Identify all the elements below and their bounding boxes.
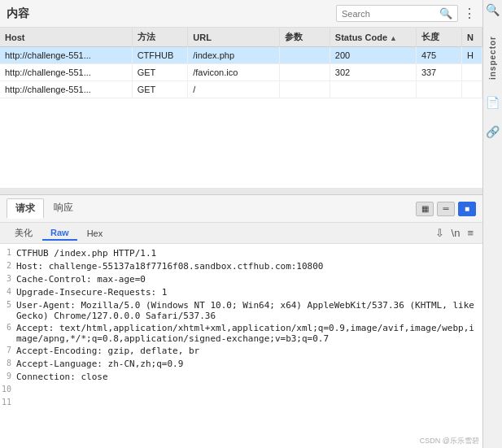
table-cell	[462, 64, 482, 81]
line-content: Upgrade-Insecure-Requests: 1	[16, 287, 482, 298]
table-cell	[330, 81, 416, 98]
table-cell: GET	[132, 64, 188, 81]
code-line: 3Cache-Control: max-age=0	[0, 273, 482, 286]
table-cell: http://challenge-551...	[0, 64, 132, 81]
line-number: 3	[0, 274, 16, 283]
menu-list-icon[interactable]: ≡	[465, 226, 476, 240]
line-content: Connection: close	[16, 372, 482, 382]
code-line: 2Host: challenge-55137a18f7716f08.sandbo…	[0, 260, 482, 273]
bottom-toolbar: ▦ ═ ■	[416, 202, 476, 216]
table-cell: H	[462, 47, 482, 64]
line-number: 10	[0, 385, 16, 394]
table-cell	[462, 81, 482, 98]
line-number: 4	[0, 287, 16, 296]
code-content: 1CTFHUB /index.php HTTP/1.12Host: challe…	[0, 244, 482, 448]
code-line: 11	[0, 397, 482, 410]
table-cell	[279, 47, 330, 64]
right-icon-link[interactable]: 🔗	[486, 125, 500, 138]
search-box[interactable]: 🔍	[336, 5, 458, 22]
newline-icon[interactable]: \n	[449, 226, 463, 240]
send-icon[interactable]: ⇩	[433, 226, 447, 240]
table-row[interactable]: http://challenge-551...GET/favicon.ico30…	[0, 64, 482, 81]
table-cell: 475	[416, 47, 461, 64]
more-menu-icon[interactable]: ⋮	[463, 6, 476, 21]
line-number: 1	[0, 248, 16, 257]
line-content: Cache-Control: max-age=0	[16, 274, 482, 285]
table-row[interactable]: http://challenge-551...CTFHUB/index.php2…	[0, 47, 482, 64]
main-content: 内容 🔍 ⋮ Host 方法	[0, 0, 482, 448]
view-btn-split[interactable]: ═	[437, 202, 455, 216]
line-content: Accept-Encoding: gzip, deflate, br	[16, 346, 482, 356]
table-cell	[279, 81, 330, 98]
line-content: Accept: text/html,application/xhtml+xml,…	[16, 323, 482, 344]
tab-request[interactable]: 请求	[7, 198, 44, 219]
inner-tabs-row: 美化 Raw Hex ⇩ \n ≡	[0, 223, 482, 244]
table-cell: http://challenge-551...	[0, 81, 132, 98]
code-line: 1CTFHUB /index.php HTTP/1.1	[0, 247, 482, 260]
table-cell	[416, 81, 461, 98]
table-header-row: Host 方法 URL 参数 Status Code	[0, 28, 482, 47]
line-number: 11	[0, 398, 16, 407]
request-table-container: Host 方法 URL 参数 Status Code	[0, 28, 482, 188]
bottom-tabs: 请求 响应	[7, 198, 81, 219]
sort-arrow-icon: ▲	[390, 34, 397, 42]
table-body: http://challenge-551...CTFHUB/index.php2…	[0, 47, 482, 98]
code-line: 9Connection: close	[0, 371, 482, 384]
col-header-params[interactable]: 参数	[279, 28, 330, 47]
watermark: CSDN @乐乐雪碧	[420, 436, 479, 446]
search-icon: 🔍	[439, 7, 452, 20]
bottom-tabs-row: 请求 响应 ▦ ═ ■	[0, 195, 482, 223]
request-table: Host 方法 URL 参数 Status Code	[0, 28, 482, 98]
table-cell: CTFHUB	[132, 47, 188, 64]
code-line: 6Accept: text/html,application/xhtml+xml…	[0, 322, 482, 345]
inspector-label: inspector	[488, 36, 497, 80]
tab-response[interactable]: 响应	[46, 198, 81, 219]
code-line: 5User-Agent: Mozilla/5.0 (Windows NT 10.…	[0, 299, 482, 322]
table-cell: http://challenge-551...	[0, 47, 132, 64]
search-input[interactable]	[342, 9, 439, 19]
inner-tab-raw[interactable]: Raw	[42, 226, 77, 241]
table-cell: 302	[330, 64, 416, 81]
right-panel: 🔍 inspector 📄 🔗	[482, 0, 502, 448]
table-cell: /index.php	[188, 47, 279, 64]
line-content: Host: challenge-55137a18f7716f08.sandbox…	[16, 261, 482, 272]
horizontal-scrollbar[interactable]	[0, 188, 482, 194]
line-number: 6	[0, 323, 16, 332]
line-number: 7	[0, 346, 16, 354]
inner-tab-beautify[interactable]: 美化	[7, 225, 41, 241]
view-btn-grid[interactable]: ▦	[416, 202, 434, 216]
col-header-status[interactable]: Status Code ▲	[330, 28, 416, 47]
line-number: 2	[0, 261, 16, 270]
right-icon-search[interactable]: 🔍	[486, 3, 500, 16]
line-number: 8	[0, 359, 16, 368]
page-title: 内容	[7, 7, 29, 21]
col-header-method[interactable]: 方法	[132, 28, 188, 47]
inner-tab-hex[interactable]: Hex	[79, 227, 111, 240]
col-header-url[interactable]: URL	[188, 28, 279, 47]
table-cell: 337	[416, 64, 461, 81]
line-content: Accept-Language: zh-CN,zh;q=0.9	[16, 359, 482, 369]
col-header-extra[interactable]: N	[462, 28, 482, 47]
line-content: CTFHUB /index.php HTTP/1.1	[16, 248, 482, 259]
col-header-host[interactable]: Host	[0, 28, 132, 47]
table-row[interactable]: http://challenge-551...GET/	[0, 81, 482, 98]
col-header-length[interactable]: 长度	[416, 28, 461, 47]
code-line: 4Upgrade-Insecure-Requests: 1	[0, 286, 482, 299]
code-line: 7Accept-Encoding: gzip, deflate, br	[0, 345, 482, 358]
header-right: 🔍 ⋮	[336, 5, 476, 22]
view-btn-full[interactable]: ■	[458, 202, 476, 216]
top-header: 内容 🔍 ⋮	[0, 0, 482, 28]
table-cell: 200	[330, 47, 416, 64]
table-cell	[279, 64, 330, 81]
code-line: 10	[0, 384, 482, 397]
right-icon-doc[interactable]: 📄	[486, 96, 500, 109]
line-content: User-Agent: Mozilla/5.0 (Windows NT 10.0…	[16, 300, 482, 321]
line-number: 9	[0, 372, 16, 381]
inner-toolbar-right: ⇩ \n ≡	[433, 226, 476, 240]
table-cell: GET	[132, 81, 188, 98]
code-line: 8Accept-Language: zh-CN,zh;q=0.9	[0, 358, 482, 371]
table-cell: /	[188, 81, 279, 98]
line-number: 5	[0, 300, 16, 309]
table-cell: /favicon.ico	[188, 64, 279, 81]
bottom-panel: 请求 响应 ▦ ═ ■ 美化	[0, 195, 482, 448]
